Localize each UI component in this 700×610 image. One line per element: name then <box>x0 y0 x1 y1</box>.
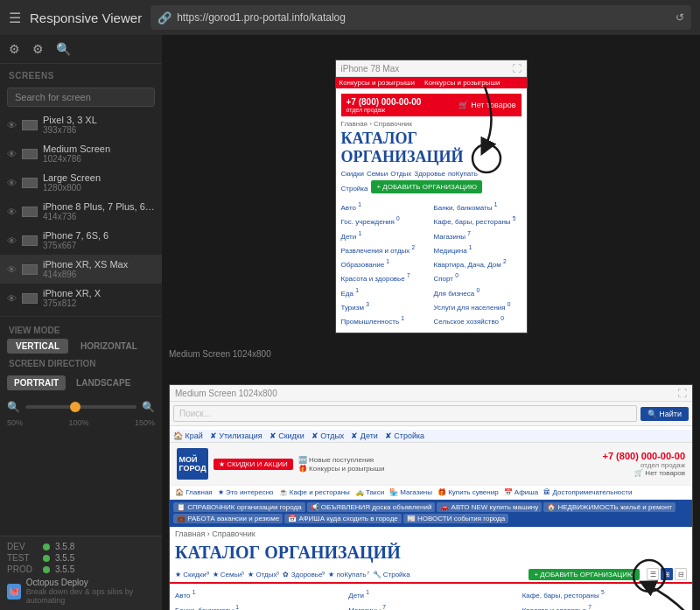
filter-semi[interactable]: Семьи <box>367 170 388 178</box>
link-selhoz[interactable]: Сельское хозяйство 0 <box>434 313 522 327</box>
view-grid-icon[interactable]: ⊞ <box>661 568 673 580</box>
screen-item-large[interactable]: 👁 Large Screen 1280x800 <box>0 168 162 197</box>
link-turizm[interactable]: Туризм 3 <box>341 299 429 313</box>
filter-pokupat[interactable]: поКупать <box>448 170 478 178</box>
landscape-button[interactable]: LANDSCAPE <box>69 375 137 390</box>
screen-item-iphonexr[interactable]: 👁 iPhone XR, XS Max 414x896 <box>0 255 162 284</box>
view-tile-icon[interactable]: ⊟ <box>675 568 687 580</box>
nav-afisha[interactable]: 📅 Афиша <box>504 488 539 496</box>
link-gos[interactable]: Гос. учреждения 0 <box>341 214 429 228</box>
filter-skidki-d[interactable]: ★ Скидки⁸ <box>175 571 209 578</box>
portrait-button[interactable]: PORTRAIT <box>7 375 66 390</box>
tag-kray[interactable]: 🏠 Край <box>173 431 203 440</box>
section-auto[interactable]: 🚗 АВТО NEW купить машину <box>437 502 542 512</box>
link-obrazovanie[interactable]: Образование 1 <box>341 256 429 270</box>
eye-icon[interactable]: 👁 <box>7 178 17 188</box>
section-nedvizh[interactable]: 🏠 НЕДВИЖИМОСТЬ жильё и ремонт <box>543 502 676 512</box>
filter-stroika-d[interactable]: 🔧 Стройка <box>373 571 410 578</box>
link-eda[interactable]: Еда 1 <box>341 285 429 299</box>
screen-item-medium[interactable]: 👁 Medium Screen 1024x786 <box>0 139 162 168</box>
filter-pokupat-d[interactable]: ★ поКупать⁷ <box>328 571 368 578</box>
add-org-btn-desktop[interactable]: + ДОБАВИТЬ ОРГАНИЗАЦИЮ <box>528 569 640 580</box>
desktop-search-input[interactable]: Поиск... <box>173 405 637 422</box>
nav-kafe[interactable]: ☕ Кафе и рестораны <box>279 488 350 496</box>
eye-icon[interactable]: 👁 <box>7 120 17 130</box>
eye-icon[interactable]: 👁 <box>7 149 17 159</box>
hero-cart[interactable]: 🛒 Нет товаров <box>603 469 685 477</box>
hero-link-contest[interactable]: 🎁 Конкурсы и розыгрыши <box>298 465 385 473</box>
tag-utilizaciya[interactable]: ✘ Утилизация <box>210 431 262 440</box>
link-medicina[interactable]: Медицина 1 <box>434 242 522 256</box>
link-kvartira[interactable]: Квартира, Дача, Дом 2 <box>434 256 522 270</box>
nav-taxi[interactable]: 🚕 Такси <box>355 488 384 496</box>
filter-skidki[interactable]: Скидки <box>341 170 364 178</box>
link-banki[interactable]: Банки, банкоматы 1 <box>434 200 522 214</box>
section-spravochnik[interactable]: 📋 СПРАВОЧНИК организации города <box>173 502 305 512</box>
section-novosti[interactable]: 📰 НОВОСТИ события города <box>403 514 508 523</box>
section-obyavleniya[interactable]: 📢 ОБЪЯВЛЕНИЯ доска объявлений <box>307 502 436 512</box>
d-link-magaziny[interactable]: Магазины 7 <box>348 602 513 610</box>
zoom-slider[interactable] <box>25 405 136 409</box>
screen-item-pixel3[interactable]: 👁 Pixel 3, 3 XL 393x786 <box>0 110 162 139</box>
nav-interesting[interactable]: ★ Это интересно <box>218 488 274 496</box>
filter-stroika[interactable]: Стройка <box>341 185 368 193</box>
filter-zdorovye[interactable]: Здоровье <box>414 170 445 178</box>
panel1-expand[interactable]: ⛶ <box>512 63 522 74</box>
link-razvlecheniya[interactable]: Развлечения и отдых 2 <box>341 242 429 256</box>
eye-icon[interactable]: 👁 <box>7 235 17 246</box>
link-biznes[interactable]: Для бизнеса 0 <box>434 285 522 299</box>
zoom-in-icon[interactable]: 🔍 <box>142 401 155 413</box>
eye-icon[interactable]: 👁 <box>7 207 17 217</box>
link-kafe[interactable]: Кафе, бары, рестораны 5 <box>434 214 522 228</box>
eye-icon[interactable]: 👁 <box>7 293 17 304</box>
desktop-search-button[interactable]: 🔍 Найти <box>640 407 689 421</box>
d-link-banki[interactable]: Банки, банкоматы 1 <box>175 602 340 610</box>
link-sport[interactable]: Спорт 0 <box>434 270 522 284</box>
screen-item-iphone8plus[interactable]: 👁 iPhone 8 Plus, 7 Plus, 6… 414x736 <box>0 197 162 226</box>
tag-skidki[interactable]: ✘ Скидки <box>270 431 304 440</box>
screen-item-iphonex[interactable]: 👁 iPhone XR, X 375x812 <box>0 284 162 312</box>
octopus-row[interactable]: 🐙 Octopus Deploy Break down dev & ops si… <box>7 578 155 605</box>
filter-zdorovye-d[interactable]: ✿ Здоровье⁹ <box>283 571 325 578</box>
d-link-krasota2[interactable]: Красота и здоровье 7 <box>522 602 687 610</box>
nav-suvenir[interactable]: 🎁 Купить сувенир <box>438 488 499 496</box>
nav-dostop[interactable]: 🏛 Достопримечательности <box>543 488 632 496</box>
nav-home[interactable]: 🏠 Главная <box>175 488 213 496</box>
d-link-kafe2[interactable]: Кафе, бары, рестораны 5 <box>522 587 687 602</box>
link-uslugi[interactable]: Услуги для населения 0 <box>434 299 522 313</box>
eye-icon[interactable]: 👁 <box>7 264 17 275</box>
vertical-mode-button[interactable]: VERTICAL <box>7 339 68 354</box>
refresh-icon[interactable]: ↺ <box>676 11 684 24</box>
link-magaziny[interactable]: Магазины 7 <box>434 228 522 242</box>
tag-otdyh[interactable]: ✘ Отдых <box>312 431 345 440</box>
view-list-icon[interactable]: ☰ <box>647 568 659 580</box>
link-deti[interactable]: Дети 1 <box>341 228 429 242</box>
section-rabota[interactable]: 💼 РАБОТА вакансии и резюме <box>173 514 283 523</box>
search-screen-input[interactable]: Search for screen <box>7 88 155 107</box>
nav-shops[interactable]: 🏪 Магазины <box>389 488 432 496</box>
panel2-expand[interactable]: ⛶ <box>677 388 687 398</box>
link-prom[interactable]: Промышленность 1 <box>341 313 429 327</box>
hero-promo[interactable]: ★ СКИДКИ И АКЦИИ <box>214 459 293 470</box>
filter-otdyh[interactable]: Отдых <box>390 170 411 178</box>
tag-stroika[interactable]: ✘ Стройка <box>385 431 424 440</box>
sidebar-icon-search[interactable]: 🔍 <box>56 42 71 56</box>
filter-semi-d[interactable]: ★ Семьи⁵ <box>213 571 245 578</box>
hero-link-new[interactable]: 🆕 Новые поступления <box>298 456 385 464</box>
horizontal-mode-button[interactable]: HORIZONTAL <box>72 339 146 354</box>
filter-otdyh-d[interactable]: ★ Отдых⁵ <box>248 571 279 578</box>
tag-deti[interactable]: ✘ Дети <box>351 431 377 440</box>
add-org-btn-panel1[interactable]: + ДОБАВИТЬ ОРГАНИЗАЦИЮ <box>371 180 482 193</box>
sidebar-icon-1[interactable]: ⚙ <box>9 42 20 56</box>
screen-item-iphone7[interactable]: 👁 iPhone 7, 6S, 6 375x667 <box>0 226 162 255</box>
d-link-deti[interactable]: Дети 1 <box>348 587 513 602</box>
section-afisha[interactable]: 📅 АФИША куда сходить в городе <box>284 514 402 523</box>
sidebar-icon-2[interactable]: ⚙ <box>32 42 44 56</box>
zoom-handle[interactable] <box>70 402 80 412</box>
hamburger-icon[interactable]: ☰ <box>9 10 21 26</box>
d-link-auto[interactable]: Авто 1 <box>175 587 340 602</box>
link-auto[interactable]: Авто 1 <box>341 200 429 214</box>
zoom-out-icon[interactable]: 🔍 <box>7 401 20 413</box>
url-bar[interactable]: 🔗 https://gorod1.pro-portal.info/katalog… <box>150 5 691 30</box>
link-krasota[interactable]: Красота и здоровье 7 <box>341 270 429 284</box>
